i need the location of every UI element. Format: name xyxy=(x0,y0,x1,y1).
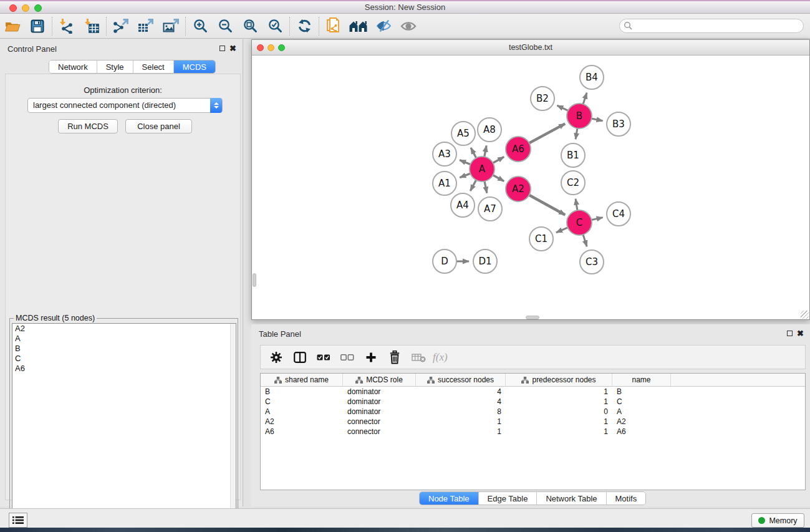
zoom-window-button[interactable] xyxy=(34,4,42,12)
save-session-button[interactable] xyxy=(25,16,50,37)
graph-edge-A2-C[interactable] xyxy=(528,194,565,215)
horizontal-scrollbar-thumb[interactable] xyxy=(526,316,539,319)
new-session-from-network-button[interactable] xyxy=(321,16,346,37)
table-row[interactable]: Bdominator41B xyxy=(261,387,805,397)
tab-motifs[interactable]: Motifs xyxy=(607,492,646,505)
table-cell[interactable]: 1 xyxy=(416,417,506,427)
mcds-result-item[interactable]: A6 xyxy=(12,364,236,374)
run-mcds-button[interactable]: Run MCDS xyxy=(58,119,118,133)
table-cell[interactable]: 1 xyxy=(506,387,612,397)
close-panel-icon[interactable]: ✖ xyxy=(229,44,236,53)
close-panel-icon[interactable]: ✖ xyxy=(797,329,804,338)
toggle-columns-button[interactable] xyxy=(289,348,311,367)
delete-rows-button[interactable] xyxy=(384,348,405,367)
network-window-controls[interactable] xyxy=(257,44,285,51)
table-cell[interactable]: A2 xyxy=(261,417,343,427)
home-button[interactable] xyxy=(346,16,371,37)
table-cell[interactable]: 1 xyxy=(416,427,506,437)
deselect-all-button[interactable] xyxy=(337,348,358,367)
table-cell[interactable]: 4 xyxy=(416,387,506,397)
tab-mcds[interactable]: MCDS xyxy=(174,60,215,73)
table-cell[interactable]: connector xyxy=(343,427,416,437)
search-input[interactable] xyxy=(633,21,803,32)
add-row-button[interactable] xyxy=(360,348,382,367)
zoom-fit-button[interactable] xyxy=(238,16,263,37)
column-header[interactable]: name xyxy=(612,374,671,386)
window-controls[interactable] xyxy=(9,4,42,12)
zoom-out-button[interactable] xyxy=(213,16,238,37)
zoom-in-button[interactable] xyxy=(188,16,213,37)
table-cell[interactable]: A6 xyxy=(612,427,671,437)
refresh-view-button[interactable] xyxy=(292,16,317,37)
tab-network[interactable]: Network xyxy=(49,60,97,73)
table-cell[interactable]: C xyxy=(261,397,343,407)
memory-button[interactable]: Memory xyxy=(751,513,804,528)
table-cell[interactable]: B xyxy=(261,387,343,397)
tab-network-table[interactable]: Network Table xyxy=(537,492,606,505)
minimize-window-button[interactable] xyxy=(268,44,274,51)
column-header[interactable]: predecessor nodes xyxy=(506,374,612,386)
tab-select[interactable]: Select xyxy=(133,60,174,73)
mcds-result-item[interactable]: A xyxy=(12,334,236,344)
export-network-button[interactable] xyxy=(108,16,133,37)
float-panel-icon[interactable] xyxy=(219,46,225,51)
close-window-button[interactable] xyxy=(9,4,17,12)
table-cell[interactable]: C xyxy=(612,397,671,407)
zoom-selected-button[interactable] xyxy=(263,16,287,37)
table-header-row[interactable]: shared nameMCDS rolesuccessor nodesprede… xyxy=(261,374,805,387)
table-settings-button[interactable] xyxy=(266,348,287,367)
table-cell[interactable]: 1 xyxy=(506,427,612,437)
mcds-result-item[interactable]: A2 xyxy=(12,324,236,334)
table-cell[interactable]: 1 xyxy=(506,417,612,427)
float-panel-icon[interactable] xyxy=(787,331,793,336)
mcds-result-item[interactable]: B xyxy=(12,344,236,354)
export-image-button[interactable] xyxy=(158,16,183,37)
import-network-button[interactable] xyxy=(54,16,79,37)
search-field[interactable] xyxy=(619,19,804,33)
table-cell[interactable]: A xyxy=(261,407,343,417)
table-row[interactable]: Adominator80A xyxy=(261,407,805,417)
table-cell[interactable]: dominator xyxy=(343,387,416,397)
tab-style[interactable]: Style xyxy=(97,60,133,73)
table-cell[interactable]: 0 xyxy=(506,407,612,417)
mcds-result-list[interactable]: A2ABCA6 xyxy=(12,323,236,531)
tab-node-table[interactable]: Node Table xyxy=(420,492,479,505)
table-body[interactable]: Bdominator41BCdominator41CAdominator80AA… xyxy=(261,387,805,437)
table-cell[interactable]: B xyxy=(612,387,671,397)
show-log-button[interactable] xyxy=(9,513,27,528)
network-graph[interactable]: AA1A2A3A4A5A6A7A8BB1B2B3B4CC1C2C3C4DD1 xyxy=(253,56,809,319)
import-table-button[interactable] xyxy=(79,16,104,37)
hide-graphics-details-button[interactable] xyxy=(371,16,396,37)
export-table-button[interactable] xyxy=(133,16,158,37)
table-cell[interactable]: A xyxy=(612,407,671,417)
table-row[interactable]: A6connector11A6 xyxy=(261,427,805,437)
table-cell[interactable]: connector xyxy=(343,417,416,427)
network-canvas[interactable]: AA1A2A3A4A5A6A7A8BB1B2B3B4CC1C2C3C4DD1 xyxy=(253,56,809,319)
table-cell[interactable]: A6 xyxy=(261,427,343,437)
node-table[interactable]: shared nameMCDS rolesuccessor nodesprede… xyxy=(260,373,806,490)
zoom-window-button[interactable] xyxy=(278,44,285,51)
column-header[interactable]: shared name xyxy=(261,374,343,386)
column-header[interactable]: successor nodes xyxy=(416,374,506,386)
table-cell[interactable]: 4 xyxy=(416,397,506,407)
minimize-window-button[interactable] xyxy=(22,4,29,12)
table-row[interactable]: A2connector11A2 xyxy=(261,417,805,427)
table-cell[interactable]: dominator xyxy=(343,397,416,407)
optimization-criterion-dropdown[interactable]: largest connected component (directed) xyxy=(27,98,223,113)
scrollbar-track[interactable] xyxy=(230,324,236,531)
table-row[interactable]: Cdominator41C xyxy=(261,397,805,407)
vertical-scrollbar-thumb[interactable] xyxy=(253,273,256,287)
table-cell[interactable]: dominator xyxy=(343,407,416,417)
select-all-button[interactable] xyxy=(313,348,334,367)
column-header[interactable]: MCDS role xyxy=(343,374,416,386)
table-cell[interactable]: 8 xyxy=(416,407,506,417)
window-resize-grip[interactable] xyxy=(801,311,809,319)
table-cell[interactable]: 1 xyxy=(506,397,612,407)
graph-edge-A6-B[interactable] xyxy=(528,123,565,144)
network-window-title-bar[interactable]: testGlobe.txt xyxy=(252,40,809,56)
mcds-result-item[interactable]: C xyxy=(12,354,236,364)
table-cell[interactable]: A2 xyxy=(612,417,671,427)
open-file-button[interactable] xyxy=(0,16,25,37)
close-panel-button[interactable]: Close panel xyxy=(125,119,192,133)
show-graphics-details-button[interactable] xyxy=(396,16,421,37)
